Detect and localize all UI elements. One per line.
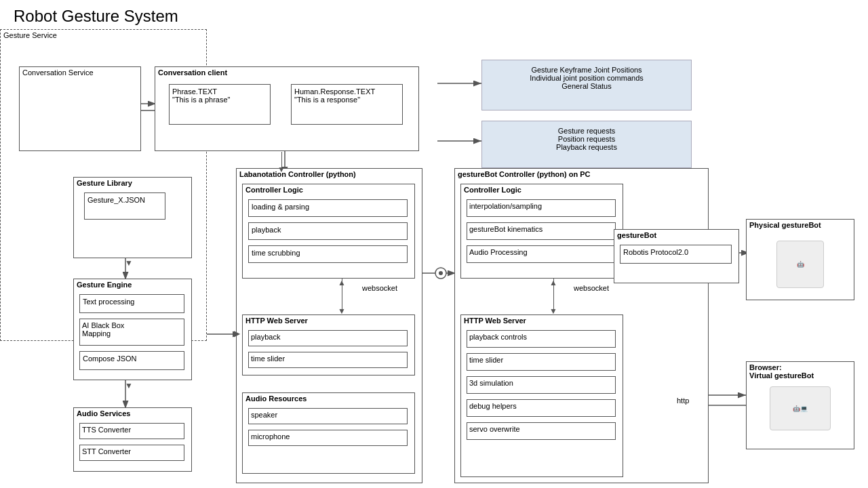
lab-controller-logic-box: Controller Logic loading & parsing playb… — [242, 184, 415, 279]
gesturebot-controller-label: gestureBot Controller (python) on PC — [455, 169, 708, 180]
gesturebot-label: gestureBot — [614, 230, 738, 241]
labanotation-controller-label: Labanotation Controller (python) — [237, 169, 422, 180]
gbc-audio-label: Audio Processing — [469, 248, 613, 256]
lab-audio-resources-box: Audio Resources speaker microphone — [242, 392, 415, 474]
lab-http-playback-label: playback — [251, 333, 405, 341]
gbc-controller-logic-label: Controller Logic — [461, 184, 623, 195]
down-arrow-gesture-lib: ▼ — [125, 258, 133, 268]
gbc-controller-logic-box: Controller Logic interpolation/sampling … — [460, 184, 623, 279]
blue-box-bottom: Gesture requests Position requests Playb… — [481, 121, 692, 168]
gbc-http-3d-box: 3d simulation — [467, 376, 616, 394]
lab-ws-arrow-up: ▲ — [338, 278, 346, 287]
robotis-box: Robotis Protocol2.0 — [620, 245, 732, 264]
lab-http-timeslider-label: time slider — [251, 354, 405, 363]
gbc-http-servo-label: servo overwrite — [469, 425, 613, 433]
gesture-engine-box: Gesture Engine Text processing AI Black … — [73, 279, 192, 380]
lab-http-server-box: HTTP Web Server playback time slider — [242, 314, 415, 375]
compose-json-box: Compose JSON — [79, 351, 184, 370]
gesture-json-label: Gesture_X.JSON — [87, 196, 162, 204]
page-title: Robot Gesture System — [0, 0, 868, 29]
blue-bottom-line2: Position requests — [488, 135, 686, 143]
lab-speaker-box: speaker — [248, 408, 408, 424]
phrase-text-box: Phrase.TEXT "This is a phrase" — [169, 84, 271, 125]
ai-blackbox-label: AI Black Box — [82, 321, 182, 329]
blue-bottom-line3: Playback requests — [488, 143, 686, 151]
lab-playback-box: playback — [248, 222, 408, 240]
gesture-json-box: Gesture_X.JSON — [84, 192, 165, 220]
gbc-interpolation-box: interpolation/sampling — [467, 199, 616, 217]
human-response-value: "This is a response" — [294, 96, 399, 104]
ai-mapping-label: Mapping — [82, 329, 182, 338]
blue-top-line1: Gesture Keyframe Joint Positions — [488, 66, 686, 74]
browser-virtual-box: Browser: Virtual gestureBot 🤖💻 — [746, 361, 854, 449]
lab-websocket-label: websocket — [362, 284, 397, 292]
stt-converter-label: STT Converter — [82, 447, 182, 455]
gbc-http-debug-box: debug helpers — [467, 399, 616, 417]
robotis-label: Robotis Protocol2.0 — [623, 248, 728, 256]
gesturebot-box: gestureBot Robotis Protocol2.0 — [614, 229, 739, 283]
blue-bottom-line1: Gesture requests — [488, 127, 686, 135]
physical-gesturebot-box: Physical gestureBot 🤖 — [746, 219, 854, 300]
gbc-http-debug-label: debug helpers — [469, 402, 613, 410]
human-response-text: Human.Response.TEXT — [294, 87, 399, 96]
blue-top-line3: General Status — [488, 82, 686, 90]
phrase-text: Phrase.TEXT — [172, 87, 267, 96]
lab-microphone-label: microphone — [251, 432, 405, 441]
physical-gesturebot-label: Physical gestureBot — [747, 220, 854, 230]
gbc-http-playback-box: playback controls — [467, 330, 616, 348]
gesture-service-label: Gesture Service — [1, 30, 206, 41]
lab-loading-box: loading & parsing — [248, 199, 408, 217]
robot-image: 🤖 — [776, 241, 824, 288]
gbc-http-timeslider-label: time slider — [469, 356, 613, 364]
lab-controller-logic-label: Controller Logic — [243, 184, 414, 195]
lab-http-playback-box: playback — [248, 330, 408, 346]
audio-services-label: Audio Services — [74, 408, 191, 419]
gbc-ws-arrow-up: ▲ — [549, 278, 557, 287]
svg-point-10 — [439, 271, 443, 275]
phrase-value: "This is a phrase" — [172, 96, 267, 104]
tts-converter-box: TTS Converter — [79, 423, 184, 439]
blue-box-top: Gesture Keyframe Joint Positions Individ… — [481, 60, 692, 110]
audio-services-box: Audio Services TTS Converter STT Convert… — [73, 407, 192, 472]
blue-top-line2: Individual joint position commands — [488, 74, 686, 82]
gesture-library-box: Gesture Library Gesture_X.JSON — [73, 177, 192, 258]
lab-microphone-box: microphone — [248, 430, 408, 446]
tts-converter-label: TTS Converter — [82, 426, 182, 434]
gbc-kinematics-box: gestureBot kinematics — [467, 222, 616, 240]
lab-loading-label: loading & parsing — [252, 203, 404, 211]
gbc-interpolation-label: interpolation/sampling — [469, 202, 613, 210]
lab-http-server-label: HTTP Web Server — [243, 315, 414, 326]
browser-virtual-label: Browser: Virtual gestureBot — [747, 362, 854, 381]
conv-down-arrow: ▼ — [277, 165, 285, 174]
down-arrow-gesture-eng: ▼ — [125, 381, 133, 390]
gbc-http-servo-box: servo overwrite — [467, 422, 616, 440]
lab-timescrub-box: time scrubbing — [248, 245, 408, 263]
text-processing-box: Text processing — [79, 294, 184, 313]
lab-speaker-label: speaker — [251, 411, 405, 419]
gbc-http-server-box: HTTP Web Server playback controls time s… — [460, 314, 623, 477]
conversation-client-box: Conversation client Phrase.TEXT "This is… — [155, 66, 419, 151]
lab-http-timeslider-box: time slider — [248, 352, 408, 368]
svg-point-9 — [435, 268, 446, 279]
lab-playback-label: playback — [252, 226, 404, 234]
browser-image: 🤖💻 — [770, 386, 831, 430]
labanotation-controller-box: Labanotation Controller (python) Control… — [236, 168, 422, 483]
stt-converter-box: STT Converter — [79, 445, 184, 461]
gesture-library-label: Gesture Library — [74, 178, 191, 188]
gbc-kinematics-label: gestureBot kinematics — [469, 225, 613, 233]
conversation-client-label: Conversation client — [155, 67, 418, 78]
lab-audio-resources-label: Audio Resources — [243, 393, 414, 404]
gbc-http-3d-label: 3d simulation — [469, 379, 613, 387]
text-processing-label: Text processing — [83, 298, 181, 306]
ai-blackbox-box: AI Black Box Mapping — [79, 319, 184, 346]
conversation-service-label: Conversation Service — [20, 67, 140, 78]
compose-json-label: Compose JSON — [83, 354, 181, 363]
http-label: http — [677, 396, 689, 405]
gbc-http-server-label: HTTP Web Server — [461, 315, 623, 326]
diagram-area: Conversation Service Conversation client… — [0, 29, 868, 488]
gbc-audio-box: Audio Processing — [467, 245, 616, 263]
right-arrow-gesture-eng: ▶ — [234, 329, 240, 338]
human-response-box: Human.Response.TEXT "This is a response" — [291, 84, 403, 125]
gbc-http-timeslider-box: time slider — [467, 353, 616, 371]
gbc-http-playback-label: playback controls — [469, 333, 613, 341]
